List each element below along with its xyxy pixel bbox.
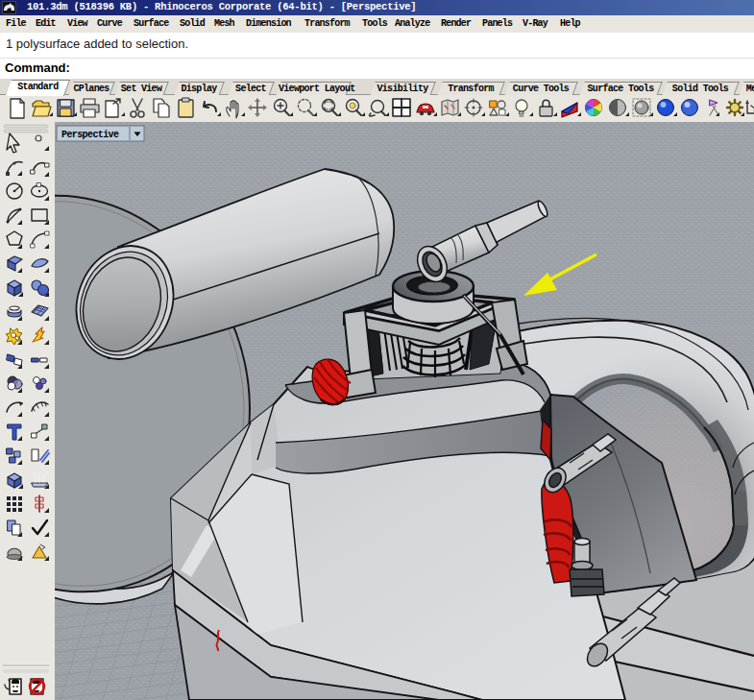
svg-text:Perspective: Perspective <box>61 130 119 140</box>
